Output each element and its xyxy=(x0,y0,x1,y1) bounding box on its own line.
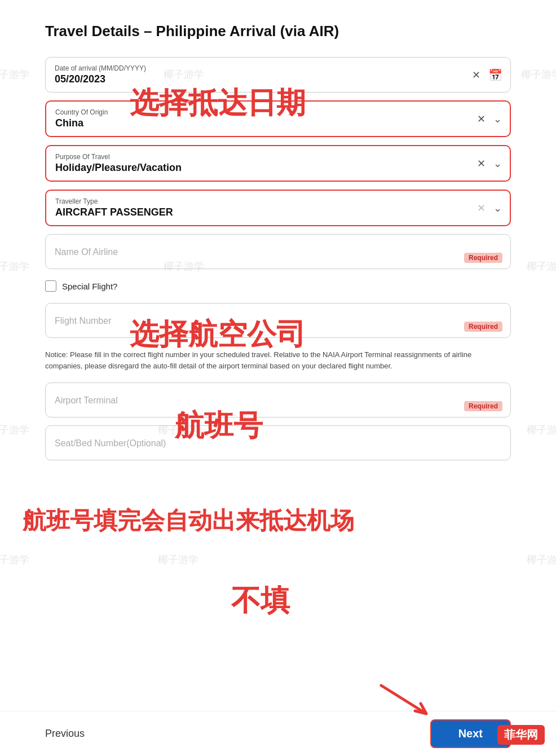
airport-terminal-field[interactable]: Airport Terminal Required xyxy=(45,383,511,417)
airline-required-badge: Required xyxy=(464,253,502,263)
traveller-value: AIRCRAFT PASSENGER xyxy=(55,206,501,218)
chevron-down-purpose-icon[interactable]: ⌄ xyxy=(493,159,502,169)
flight-number-field[interactable]: Flight Number ⌄ Required xyxy=(45,303,511,338)
page-title: Travel Details – Philippine Arrival (via… xyxy=(45,23,511,40)
seat-placeholder: Seat/Bed Number(Optional) xyxy=(55,438,501,449)
country-label: Country Of Origin xyxy=(55,108,501,116)
traveller-label: Traveller Type xyxy=(55,197,501,205)
watermark-9: 椰子游学 xyxy=(527,423,556,437)
watermark-10: 椰子游学 xyxy=(0,553,29,566)
next-arrow-annotation xyxy=(376,680,443,725)
country-value: China xyxy=(55,117,501,129)
purpose-value: Holiday/Pleasure/Vacation xyxy=(55,162,501,174)
bottom-navigation: Previous Next xyxy=(0,711,556,756)
chevron-down-country-icon[interactable]: ⌄ xyxy=(493,114,502,124)
watermark-1: 椰子游学 xyxy=(0,68,29,81)
airport-placeholder: Airport Terminal xyxy=(55,395,501,406)
clear-date-icon[interactable]: ✕ xyxy=(472,70,480,80)
purpose-of-travel-field[interactable]: Purpose Of Travel Holiday/Pleasure/Vacat… xyxy=(45,145,511,182)
airline-placeholder: Name Of Airline xyxy=(55,247,501,257)
clear-country-icon[interactable]: ✕ xyxy=(477,114,486,124)
special-flight-row: Special Flight? xyxy=(45,277,511,295)
airport-required-badge: Required xyxy=(464,401,502,411)
clear-traveller-icon[interactable]: ✕ xyxy=(477,203,486,213)
special-flight-checkbox[interactable] xyxy=(45,280,56,292)
feihua-badge: 菲华网 xyxy=(497,725,545,745)
date-label: Date of arrival (MM/DD/YYYY) xyxy=(55,64,501,72)
previous-button[interactable]: Previous xyxy=(45,728,85,740)
date-value: 05/20/2023 xyxy=(55,73,501,85)
flight-required-badge: Required xyxy=(464,322,502,332)
purpose-label: Purpose Of Travel xyxy=(55,153,501,161)
watermark-3: 椰子游学 xyxy=(521,68,556,81)
airline-field[interactable]: Name Of Airline ⌄ Required xyxy=(45,234,511,269)
form-fields: Date of arrival (MM/DD/YYYY) 05/20/2023 … xyxy=(45,57,511,460)
traveller-type-field[interactable]: Traveller Type AIRCRAFT PASSENGER ✕ ⌄ xyxy=(45,190,511,226)
date-of-arrival-field[interactable]: Date of arrival (MM/DD/YYYY) 05/20/2023 … xyxy=(45,57,511,93)
watermark-6: 椰子游学 xyxy=(527,260,556,273)
country-of-origin-field[interactable]: Country Of Origin China ✕ ⌄ xyxy=(45,100,511,137)
watermark-7: 椰子游学 xyxy=(0,423,29,437)
flight-number-placeholder: Flight Number xyxy=(55,316,501,326)
annotation-airport: 航班号填完会自动出来抵达机场 xyxy=(23,505,354,537)
notice-text: Notice: Please fill in the correct fligh… xyxy=(45,349,511,371)
seat-bed-field[interactable]: Seat/Bed Number(Optional) xyxy=(45,425,511,460)
special-flight-label: Special Flight? xyxy=(62,282,117,291)
annotation-seat: 不填 xyxy=(231,581,290,621)
clear-purpose-icon[interactable]: ✕ xyxy=(477,159,486,169)
calendar-icon[interactable]: 📅 xyxy=(488,68,502,82)
watermark-12: 椰子游学 xyxy=(527,553,556,566)
watermark-11: 椰子游学 xyxy=(158,553,198,566)
chevron-down-traveller-icon[interactable]: ⌄ xyxy=(493,203,502,213)
watermark-4: 椰子游学 xyxy=(0,260,29,273)
